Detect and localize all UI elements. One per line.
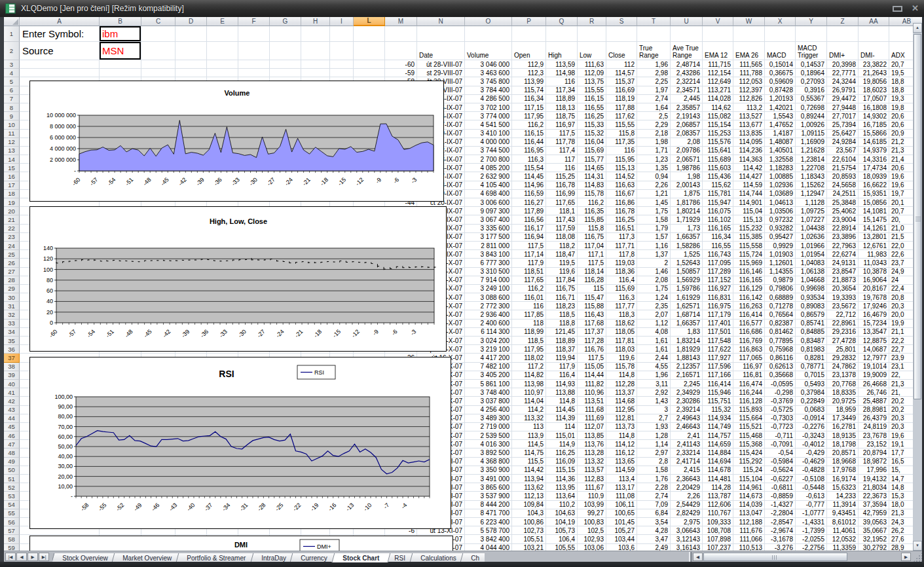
- cell[interactable]: 117,14: [512, 250, 546, 259]
- cell[interactable]: 117,548: [703, 337, 733, 345]
- cell[interactable]: 2,32214: [671, 77, 703, 86]
- cell[interactable]: 17,0507: [859, 95, 889, 103]
- cell[interactable]: 109,333: [703, 518, 733, 526]
- cell[interactable]: -0,5108: [796, 475, 827, 483]
- cell[interactable]: 118,99: [512, 328, 546, 337]
- row-header-47[interactable]: 47: [4, 440, 20, 448]
- cell[interactable]: 2 700 800: [465, 155, 512, 164]
- cell[interactable]: 114,36: [546, 475, 578, 483]
- cell[interactable]: [859, 26, 889, 42]
- cell[interactable]: 20,3: [889, 423, 913, 431]
- cell[interactable]: 118,02: [512, 354, 546, 362]
- cell[interactable]: 116,67: [606, 190, 637, 198]
- cell[interactable]: 21,8873: [827, 276, 859, 285]
- cell[interactable]: 102,5: [578, 526, 606, 535]
- cell[interactable]: 0,5493: [796, 380, 827, 388]
- cell[interactable]: 2,44: [637, 354, 671, 362]
- cell[interactable]: 117,2: [512, 363, 546, 371]
- cell[interactable]: 116,3: [606, 293, 637, 302]
- row-header-25[interactable]: 25: [4, 250, 20, 259]
- scroll-down-icon[interactable]: ▼: [913, 541, 922, 551]
- cell[interactable]: 106,4: [546, 535, 578, 543]
- cell[interactable]: 30,2792: [859, 544, 889, 551]
- cell[interactable]: 118,75: [546, 112, 578, 120]
- cell[interactable]: 20,0: [889, 310, 913, 319]
- cell[interactable]: 20,9: [889, 130, 913, 138]
- cell[interactable]: 1,22708: [796, 164, 827, 172]
- cell[interactable]: 117,9: [512, 259, 546, 267]
- cell[interactable]: 1,75: [637, 207, 671, 215]
- cell[interactable]: 105,27: [606, 526, 637, 535]
- cell[interactable]: 110,96: [578, 388, 606, 397]
- cell[interactable]: 2,41143: [671, 440, 703, 448]
- cell[interactable]: 42,7959: [859, 509, 889, 518]
- cell[interactable]: 19,9009: [859, 371, 889, 380]
- cell[interactable]: 20,6: [889, 120, 913, 129]
- cell[interactable]: 28,9: [889, 544, 913, 551]
- cell[interactable]: 114,2: [512, 406, 546, 414]
- cell[interactable]: 113,59: [546, 60, 578, 69]
- cell[interactable]: -60: [385, 60, 417, 69]
- cell[interactable]: 0,99698: [796, 285, 827, 293]
- cell[interactable]: 22,7: [889, 345, 913, 354]
- cell[interactable]: 18,8335: [827, 388, 859, 397]
- cell[interactable]: 116,28: [578, 276, 606, 285]
- cell[interactable]: 115,969: [733, 259, 765, 267]
- cell[interactable]: 2,34571: [671, 86, 703, 95]
- cell[interactable]: 2,08357: [671, 130, 703, 138]
- cell[interactable]: 116,75: [578, 233, 606, 242]
- cell[interactable]: 115,724: [733, 250, 765, 259]
- cell[interactable]: 2 936 400: [465, 310, 512, 319]
- cell[interactable]: -0,5984: [765, 458, 796, 466]
- cell[interactable]: [354, 69, 385, 77]
- cell[interactable]: 24,2511: [827, 190, 859, 198]
- cell[interactable]: 1,23814: [796, 155, 827, 164]
- cell[interactable]: 117,35: [606, 138, 637, 147]
- cell[interactable]: 0,3916: [796, 86, 827, 95]
- cell[interactable]: 112,649: [703, 77, 733, 86]
- cell[interactable]: 1,93: [637, 423, 671, 431]
- cell[interactable]: 3 491 000: [465, 475, 512, 483]
- cell[interactable]: 0,72698: [796, 103, 827, 112]
- cell[interactable]: 1,66357: [671, 233, 703, 242]
- row-header-58[interactable]: 58: [4, 535, 20, 543]
- column-header-U[interactable]: U: [671, 17, 703, 26]
- cell[interactable]: 103,06: [578, 544, 606, 551]
- cell[interactable]: 19,1: [889, 440, 913, 448]
- minimize-icon[interactable]: [893, 6, 902, 12]
- row-header-44[interactable]: 44: [4, 414, 20, 423]
- cell[interactable]: 16,9174: [827, 475, 859, 483]
- cell[interactable]: 117: [546, 155, 578, 164]
- cell[interactable]: 115,95: [606, 155, 637, 164]
- cell[interactable]: 112,95: [606, 406, 637, 414]
- cell[interactable]: 1,42021: [765, 103, 796, 112]
- cell[interactable]: 2,445: [671, 95, 703, 103]
- cell[interactable]: 118,36: [606, 268, 637, 276]
- cell[interactable]: [637, 26, 671, 42]
- cell[interactable]: 4,55: [637, 363, 671, 371]
- cell[interactable]: [354, 42, 385, 60]
- row-header-36[interactable]: 36: [4, 345, 20, 354]
- column-label-macd-trigger[interactable]: MACD Trigger: [796, 42, 827, 60]
- cell[interactable]: 112,053: [733, 77, 765, 86]
- tab-nav-next-sheet-icon[interactable]: ▶: [28, 553, 38, 561]
- cell[interactable]: 3 350 900: [465, 466, 512, 475]
- cell[interactable]: [20, 60, 100, 69]
- cell[interactable]: [578, 26, 606, 42]
- cell[interactable]: 114,31: [578, 172, 606, 181]
- cell[interactable]: 117,622: [703, 345, 733, 354]
- cell[interactable]: 21,5754: [827, 164, 859, 172]
- cell[interactable]: -0,7723: [765, 423, 796, 431]
- cell[interactable]: 112,83: [578, 475, 606, 483]
- cell[interactable]: 117,501: [703, 328, 733, 337]
- cell[interactable]: 1,73: [671, 225, 703, 233]
- cell[interactable]: 116,102: [703, 215, 733, 224]
- column-header-E[interactable]: E: [207, 17, 238, 26]
- cell[interactable]: 115,25: [546, 172, 578, 181]
- cell[interactable]: 2,08: [637, 276, 671, 285]
- select-all-corner[interactable]: [4, 17, 20, 26]
- row-header-40[interactable]: 40: [4, 380, 20, 388]
- cell[interactable]: 0,27093: [796, 77, 827, 86]
- cell[interactable]: -0,0914: [796, 414, 827, 423]
- cell[interactable]: -3,276: [765, 544, 796, 551]
